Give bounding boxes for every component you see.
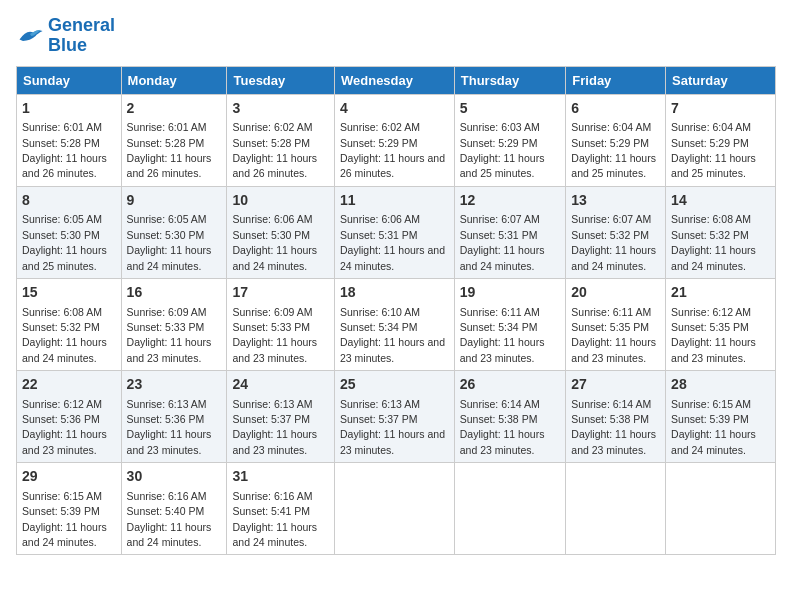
sunrise-info: Sunrise: 6:13 AM — [232, 398, 312, 410]
day-number: 20 — [571, 283, 660, 303]
sunrise-info: Sunrise: 6:16 AM — [127, 490, 207, 502]
day-number: 1 — [22, 99, 116, 119]
sunrise-info: Sunrise: 6:15 AM — [671, 398, 751, 410]
calendar-cell: 15 Sunrise: 6:08 AM Sunset: 5:32 PM Dayl… — [17, 278, 122, 370]
logo-text: General — [48, 16, 115, 36]
sunset-info: Sunset: 5:32 PM — [671, 229, 749, 241]
sunset-info: Sunset: 5:39 PM — [671, 413, 749, 425]
sunset-info: Sunset: 5:36 PM — [22, 413, 100, 425]
calendar-table: SundayMondayTuesdayWednesdayThursdayFrid… — [16, 66, 776, 556]
sunrise-info: Sunrise: 6:06 AM — [232, 213, 312, 225]
calendar-cell: 7 Sunrise: 6:04 AM Sunset: 5:29 PM Dayli… — [666, 94, 776, 186]
daylight-info: Daylight: 11 hours and 24 minutes. — [127, 521, 212, 548]
sunrise-info: Sunrise: 6:06 AM — [340, 213, 420, 225]
calendar-cell: 19 Sunrise: 6:11 AM Sunset: 5:34 PM Dayl… — [454, 278, 566, 370]
sunrise-info: Sunrise: 6:14 AM — [571, 398, 651, 410]
sunrise-info: Sunrise: 6:04 AM — [571, 121, 651, 133]
sunrise-info: Sunrise: 6:03 AM — [460, 121, 540, 133]
daylight-info: Daylight: 11 hours and 24 minutes. — [671, 244, 756, 271]
calendar-cell: 25 Sunrise: 6:13 AM Sunset: 5:37 PM Dayl… — [334, 371, 454, 463]
day-number: 14 — [671, 191, 770, 211]
daylight-info: Daylight: 11 hours and 25 minutes. — [671, 152, 756, 179]
day-number: 30 — [127, 467, 222, 487]
sunset-info: Sunset: 5:38 PM — [460, 413, 538, 425]
day-number: 31 — [232, 467, 329, 487]
sunset-info: Sunset: 5:29 PM — [571, 137, 649, 149]
sunset-info: Sunset: 5:37 PM — [232, 413, 310, 425]
day-number: 12 — [460, 191, 561, 211]
day-number: 17 — [232, 283, 329, 303]
calendar-cell: 2 Sunrise: 6:01 AM Sunset: 5:28 PM Dayli… — [121, 94, 227, 186]
sunset-info: Sunset: 5:34 PM — [460, 321, 538, 333]
calendar-cell: 17 Sunrise: 6:09 AM Sunset: 5:33 PM Dayl… — [227, 278, 335, 370]
sunset-info: Sunset: 5:39 PM — [22, 505, 100, 517]
daylight-info: Daylight: 11 hours and 24 minutes. — [232, 244, 317, 271]
sunset-info: Sunset: 5:31 PM — [460, 229, 538, 241]
calendar-cell: 20 Sunrise: 6:11 AM Sunset: 5:35 PM Dayl… — [566, 278, 666, 370]
calendar-cell: 14 Sunrise: 6:08 AM Sunset: 5:32 PM Dayl… — [666, 186, 776, 278]
calendar-week-row: 8 Sunrise: 6:05 AM Sunset: 5:30 PM Dayli… — [17, 186, 776, 278]
calendar-week-row: 1 Sunrise: 6:01 AM Sunset: 5:28 PM Dayli… — [17, 94, 776, 186]
day-number: 28 — [671, 375, 770, 395]
sunrise-info: Sunrise: 6:01 AM — [22, 121, 102, 133]
day-number: 18 — [340, 283, 449, 303]
calendar-cell: 12 Sunrise: 6:07 AM Sunset: 5:31 PM Dayl… — [454, 186, 566, 278]
calendar-week-row: 15 Sunrise: 6:08 AM Sunset: 5:32 PM Dayl… — [17, 278, 776, 370]
calendar-cell — [334, 463, 454, 555]
calendar-cell: 13 Sunrise: 6:07 AM Sunset: 5:32 PM Dayl… — [566, 186, 666, 278]
sunset-info: Sunset: 5:32 PM — [22, 321, 100, 333]
daylight-info: Daylight: 11 hours and 24 minutes. — [22, 521, 107, 548]
col-header-friday: Friday — [566, 66, 666, 94]
sunset-info: Sunset: 5:37 PM — [340, 413, 418, 425]
sunrise-info: Sunrise: 6:12 AM — [671, 306, 751, 318]
sunset-info: Sunset: 5:29 PM — [460, 137, 538, 149]
daylight-info: Daylight: 11 hours and 23 minutes. — [671, 336, 756, 363]
daylight-info: Daylight: 11 hours and 26 minutes. — [232, 152, 317, 179]
day-number: 4 — [340, 99, 449, 119]
logo: General Blue — [16, 16, 115, 56]
daylight-info: Daylight: 11 hours and 24 minutes. — [232, 521, 317, 548]
daylight-info: Daylight: 11 hours and 26 minutes. — [22, 152, 107, 179]
calendar-week-row: 22 Sunrise: 6:12 AM Sunset: 5:36 PM Dayl… — [17, 371, 776, 463]
sunset-info: Sunset: 5:30 PM — [22, 229, 100, 241]
calendar-cell: 26 Sunrise: 6:14 AM Sunset: 5:38 PM Dayl… — [454, 371, 566, 463]
calendar-cell: 18 Sunrise: 6:10 AM Sunset: 5:34 PM Dayl… — [334, 278, 454, 370]
daylight-info: Daylight: 11 hours and 23 minutes. — [127, 428, 212, 455]
calendar-cell: 8 Sunrise: 6:05 AM Sunset: 5:30 PM Dayli… — [17, 186, 122, 278]
sunset-info: Sunset: 5:31 PM — [340, 229, 418, 241]
daylight-info: Daylight: 11 hours and 24 minutes. — [22, 336, 107, 363]
sunrise-info: Sunrise: 6:08 AM — [671, 213, 751, 225]
sunrise-info: Sunrise: 6:11 AM — [460, 306, 540, 318]
sunrise-info: Sunrise: 6:05 AM — [127, 213, 207, 225]
calendar-cell: 27 Sunrise: 6:14 AM Sunset: 5:38 PM Dayl… — [566, 371, 666, 463]
sunrise-info: Sunrise: 6:11 AM — [571, 306, 651, 318]
sunset-info: Sunset: 5:33 PM — [127, 321, 205, 333]
col-header-saturday: Saturday — [666, 66, 776, 94]
day-number: 13 — [571, 191, 660, 211]
day-number: 29 — [22, 467, 116, 487]
calendar-cell — [666, 463, 776, 555]
sunset-info: Sunset: 5:30 PM — [127, 229, 205, 241]
day-number: 24 — [232, 375, 329, 395]
sunset-info: Sunset: 5:36 PM — [127, 413, 205, 425]
sunrise-info: Sunrise: 6:08 AM — [22, 306, 102, 318]
day-number: 27 — [571, 375, 660, 395]
day-number: 26 — [460, 375, 561, 395]
sunrise-info: Sunrise: 6:10 AM — [340, 306, 420, 318]
calendar-cell — [454, 463, 566, 555]
header: General Blue — [16, 16, 776, 56]
sunset-info: Sunset: 5:28 PM — [232, 137, 310, 149]
calendar-cell: 30 Sunrise: 6:16 AM Sunset: 5:40 PM Dayl… — [121, 463, 227, 555]
sunset-info: Sunset: 5:28 PM — [127, 137, 205, 149]
calendar-cell: 4 Sunrise: 6:02 AM Sunset: 5:29 PM Dayli… — [334, 94, 454, 186]
sunrise-info: Sunrise: 6:05 AM — [22, 213, 102, 225]
day-number: 22 — [22, 375, 116, 395]
daylight-info: Daylight: 11 hours and 23 minutes. — [340, 336, 445, 363]
calendar-cell: 10 Sunrise: 6:06 AM Sunset: 5:30 PM Dayl… — [227, 186, 335, 278]
col-header-monday: Monday — [121, 66, 227, 94]
sunrise-info: Sunrise: 6:12 AM — [22, 398, 102, 410]
sunrise-info: Sunrise: 6:07 AM — [571, 213, 651, 225]
day-number: 23 — [127, 375, 222, 395]
sunrise-info: Sunrise: 6:14 AM — [460, 398, 540, 410]
sunset-info: Sunset: 5:29 PM — [671, 137, 749, 149]
